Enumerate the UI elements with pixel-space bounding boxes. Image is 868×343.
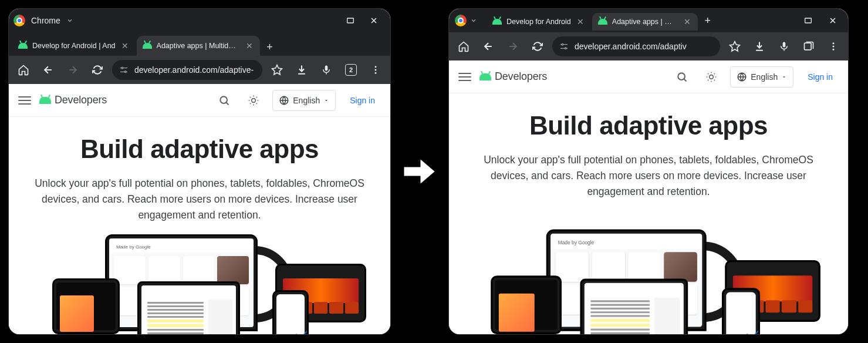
chevron-down-icon[interactable] xyxy=(470,17,477,24)
page-content: Build adaptive apps Unlock your app's fu… xyxy=(9,117,390,334)
maximize-button[interactable] xyxy=(339,9,362,32)
tune-icon[interactable] xyxy=(119,65,129,75)
language-label: English xyxy=(293,96,320,105)
svg-point-1 xyxy=(121,67,123,69)
chevron-down-icon xyxy=(781,74,787,80)
tab-develop-for-android[interactable]: Develop for Android | And ✕ xyxy=(12,36,136,56)
download-button[interactable] xyxy=(749,36,769,56)
bookmark-button[interactable] xyxy=(267,60,287,80)
tab-title: Adaptive apps | Mult xyxy=(612,18,678,26)
signin-link[interactable]: Sign in xyxy=(344,96,381,105)
svg-point-4 xyxy=(375,69,377,71)
tune-icon[interactable] xyxy=(559,42,569,51)
tablet-dark-graphic xyxy=(491,275,562,334)
svg-rect-12 xyxy=(805,43,812,50)
forward-button[interactable] xyxy=(63,60,83,80)
tablet-dark-graphic xyxy=(52,278,120,334)
overflow-menu-button[interactable] xyxy=(366,60,386,80)
back-button[interactable] xyxy=(478,36,498,56)
chrome-window-wide: Develop for Android ✕ Adaptive apps | Mu… xyxy=(449,9,848,334)
svg-point-7 xyxy=(252,98,256,102)
address-bar[interactable]: developer.android.com/adaptive- xyxy=(112,60,262,80)
close-tab-icon[interactable]: ✕ xyxy=(120,41,130,51)
chevron-down-icon xyxy=(323,97,329,103)
hero-devices: Made by Google xyxy=(23,234,376,334)
tab-title: Adaptive apps | Multidevic xyxy=(157,42,240,50)
home-button[interactable] xyxy=(13,60,33,80)
menu-button[interactable] xyxy=(458,73,471,81)
svg-point-6 xyxy=(221,96,228,103)
svg-point-15 xyxy=(833,49,835,51)
transition-arrow-icon xyxy=(402,154,437,189)
developers-logo[interactable]: Developers xyxy=(479,70,547,83)
svg-rect-9 xyxy=(805,18,812,23)
language-picker[interactable]: English xyxy=(272,90,336,111)
close-tab-icon[interactable]: ✕ xyxy=(683,17,692,26)
back-button[interactable] xyxy=(38,60,58,80)
svg-point-17 xyxy=(710,75,714,79)
new-tab-button[interactable]: + xyxy=(699,12,717,29)
svg-point-5 xyxy=(375,72,377,74)
phone-graphic xyxy=(272,290,309,334)
address-bar[interactable]: developer.android.com/adaptiv xyxy=(552,36,720,56)
window-titlebar: Chrome xyxy=(9,9,390,32)
toolbar: developer.android.com/adaptiv xyxy=(449,32,848,60)
tab-develop-for-android[interactable]: Develop for Android ✕ xyxy=(487,13,591,31)
laptop-label: Made by Google xyxy=(116,244,151,250)
download-button[interactable] xyxy=(292,60,312,80)
language-picker[interactable]: English xyxy=(730,66,793,88)
reload-button[interactable] xyxy=(87,60,107,80)
mic-button[interactable] xyxy=(774,36,794,56)
tab-adaptive-apps[interactable]: Adaptive apps | Mult ✕ xyxy=(592,13,698,31)
tab-count-badge: 2 xyxy=(345,64,357,76)
page-subtext: Unlock your app's full potential on phon… xyxy=(23,176,376,223)
chart-graphic xyxy=(279,325,309,334)
chart-graphic xyxy=(729,325,761,334)
maximize-button[interactable] xyxy=(796,9,820,32)
chrome-icon xyxy=(13,15,25,26)
android-icon xyxy=(39,97,51,104)
url-text: developer.android.com/adaptiv xyxy=(575,42,713,51)
reload-button[interactable] xyxy=(528,36,548,56)
tab-title: Develop for Android xyxy=(506,18,571,26)
site-header: Developers English Sign in xyxy=(449,60,848,93)
new-tab-button[interactable]: + xyxy=(261,38,279,56)
android-icon xyxy=(143,43,152,49)
developers-logo[interactable]: Developers xyxy=(39,94,107,106)
tablet-light-graphic xyxy=(137,281,240,334)
chevron-down-icon[interactable] xyxy=(66,17,73,24)
chrome-icon xyxy=(455,15,467,26)
close-tab-icon[interactable]: ✕ xyxy=(576,17,585,26)
page-heading: Build adaptive apps xyxy=(529,111,768,140)
tab-switcher-button[interactable] xyxy=(799,36,819,56)
forward-button[interactable] xyxy=(503,36,523,56)
signin-link[interactable]: Sign in xyxy=(802,72,839,82)
url-text: developer.android.com/adaptive- xyxy=(134,65,255,75)
svg-point-2 xyxy=(124,71,126,73)
close-tab-icon[interactable]: ✕ xyxy=(245,41,254,51)
tab-adaptive-apps[interactable]: Adaptive apps | Multidevic ✕ xyxy=(137,36,260,56)
chrome-window-narrow: Chrome Develop for Android | And ✕ Adapt… xyxy=(9,9,390,334)
android-icon xyxy=(598,19,607,25)
android-icon xyxy=(492,19,502,25)
overflow-menu-button[interactable] xyxy=(823,36,843,56)
page-heading: Build adaptive apps xyxy=(80,134,319,164)
menu-button[interactable] xyxy=(18,96,31,105)
svg-point-3 xyxy=(375,66,377,68)
android-icon xyxy=(18,43,28,49)
android-icon xyxy=(479,73,491,80)
search-button[interactable] xyxy=(214,90,235,111)
tab-count-button[interactable]: 2 xyxy=(341,60,361,80)
theme-toggle-button[interactable] xyxy=(701,66,722,88)
svg-point-13 xyxy=(833,42,835,44)
page-content: Build adaptive apps Unlock your app's fu… xyxy=(449,93,848,334)
search-button[interactable] xyxy=(671,66,693,88)
toolbar: developer.android.com/adaptive- 2 xyxy=(9,56,390,84)
close-window-button[interactable] xyxy=(821,9,845,32)
mic-button[interactable] xyxy=(316,60,336,80)
svg-point-16 xyxy=(678,73,685,80)
close-window-button[interactable] xyxy=(362,9,386,32)
theme-toggle-button[interactable] xyxy=(243,90,264,111)
home-button[interactable] xyxy=(454,36,474,56)
bookmark-button[interactable] xyxy=(725,36,745,56)
